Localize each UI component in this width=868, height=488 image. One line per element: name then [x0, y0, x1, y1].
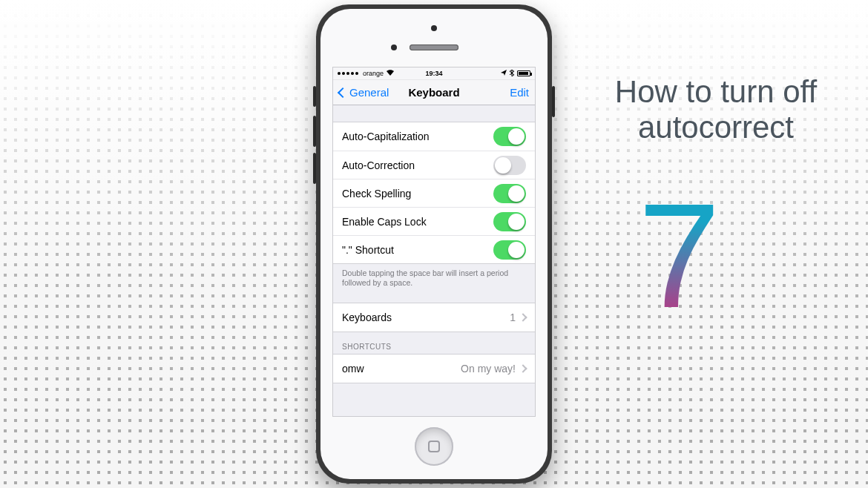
home-square-icon — [428, 441, 440, 452]
toggle-label: Auto-Correction — [342, 159, 415, 171]
toggle-row: Auto-Capitalization — [333, 122, 535, 151]
camera-icon — [431, 25, 437, 31]
home-button[interactable] — [415, 427, 453, 466]
volume-down-button — [313, 153, 316, 184]
keyboards-count: 1 — [510, 311, 516, 323]
toggle-row: Auto-Correction — [333, 151, 535, 179]
lock-button — [552, 86, 555, 117]
proximity-sensor-icon — [391, 44, 397, 50]
toggle-switch[interactable] — [493, 240, 526, 260]
shortcuts-group: omwOn my way! — [333, 354, 535, 383]
shortcut-value: On my way! — [461, 363, 516, 375]
toggle-label: Enable Caps Lock — [342, 216, 427, 228]
chevron-right-icon — [519, 314, 527, 322]
switch-knob-icon — [508, 242, 525, 258]
switch-knob-icon — [508, 185, 525, 202]
status-time: 19:34 — [333, 70, 535, 77]
shortcut-row[interactable]: omwOn my way! — [333, 355, 535, 383]
shortcut-key: omw — [342, 363, 364, 375]
phone-screen: orange 19:34 — [332, 67, 536, 417]
toggles-group: Auto-CapitalizationAuto-CorrectionCheck … — [333, 122, 535, 264]
toggle-label: Auto-Capitalization — [342, 131, 430, 142]
toggle-switch[interactable] — [493, 156, 526, 175]
switch-knob-icon — [495, 157, 511, 174]
earpiece-icon — [410, 44, 458, 50]
toggle-row: Enable Caps Lock — [333, 207, 535, 235]
promo-line1: How to turn off — [594, 74, 838, 110]
toggle-label: "." Shortcut — [342, 244, 394, 256]
switch-knob-icon — [508, 214, 525, 230]
toggle-row: "." Shortcut — [333, 235, 535, 263]
shortcut-footer-note: Double tapping the space bar will insert… — [333, 264, 535, 295]
toggle-switch[interactable] — [493, 127, 526, 146]
keyboards-row[interactable]: Keyboards 1 — [333, 303, 535, 332]
ios7-seven-icon: 7 — [638, 171, 720, 341]
keyboards-label: Keyboards — [342, 311, 392, 323]
status-bar: orange 19:34 — [333, 67, 535, 80]
page-title: Keyboard — [333, 86, 535, 99]
toggle-label: Check Spelling — [342, 188, 411, 200]
volume-up-button — [313, 116, 316, 147]
iphone-device: orange 19:34 — [316, 4, 552, 484]
promo-line2: autocorrect — [594, 110, 838, 145]
keyboards-group: Keyboards 1 — [333, 303, 535, 332]
switch-knob-icon — [508, 128, 525, 145]
toggle-switch[interactable] — [493, 212, 526, 231]
nav-bar: General Keyboard Edit — [333, 80, 535, 105]
promo-title: How to turn off autocorrect — [594, 74, 838, 146]
toggle-row: Check Spelling — [333, 179, 535, 207]
mute-switch — [313, 86, 316, 107]
toggle-switch[interactable] — [493, 184, 526, 203]
battery-icon — [517, 70, 530, 76]
chevron-right-icon — [519, 365, 527, 373]
shortcuts-header: SHORTCUTS — [333, 332, 535, 354]
